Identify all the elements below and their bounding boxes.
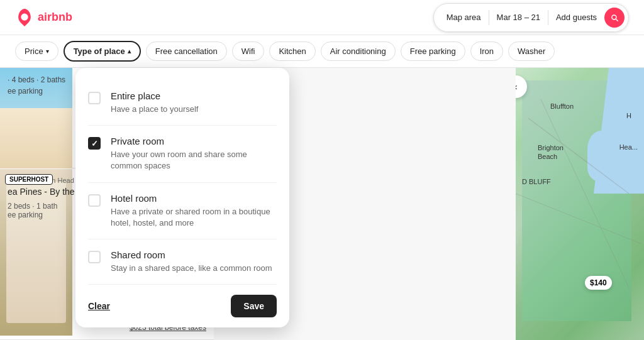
kitchen-filter[interactable]: Kitchen [269, 41, 315, 61]
entire-place-desc: Have a place to yourself [111, 104, 277, 115]
private-room-checkbox[interactable] [88, 137, 101, 150]
kitchen-label: Kitchen [279, 47, 306, 56]
map-label-bluff-text: D BLUFF [522, 178, 551, 185]
shared-room-checkbox[interactable] [88, 251, 101, 263]
air-conditioning-filter[interactable]: Air conditioning [321, 41, 396, 61]
private-room-option[interactable]: Private room Have your own room and shar… [75, 126, 289, 182]
search-button[interactable] [604, 8, 625, 28]
shared-room-title: Shared room [111, 250, 277, 260]
map-price-badge[interactable]: $140 [585, 276, 612, 290]
map-roads [516, 68, 644, 340]
type-of-place-dropdown: Entire place Have a place to yourself Pr… [75, 68, 289, 327]
free-cancellation-label: Free cancellation [155, 47, 218, 56]
guests-btn[interactable]: Add guests [553, 13, 599, 22]
type-of-place-label: Type of place [74, 47, 125, 56]
header: airbnb Map area Mar 18 – 21 Add guests [0, 0, 644, 35]
map-area-btn[interactable]: Map area [444, 13, 484, 22]
free-parking-label: Free parking [410, 47, 456, 56]
type-chevron-icon: ▴ [128, 48, 131, 55]
shared-room-text: Shared room Stay in a shared space, like… [111, 250, 277, 274]
superhost-badge: SUPERHOST [5, 174, 53, 185]
dropdown-footer: Clear Save [75, 285, 289, 327]
private-room-desc: Have your own room and share some common… [111, 149, 277, 172]
airbnb-logo[interactable]: airbnb [15, 8, 72, 27]
map-label-brighton-text: BrightonBeach [538, 144, 564, 160]
private-room-text: Private room Have your own room and shar… [111, 136, 277, 172]
washer-filter[interactable]: Washer [508, 41, 555, 61]
search-divider [489, 10, 489, 25]
type-of-place-filter[interactable]: Type of place ▴ [64, 41, 141, 62]
price-chevron-icon: ▾ [46, 48, 49, 55]
map-label-hea: Hea... [619, 143, 638, 151]
search-icon [610, 13, 619, 22]
svg-line-1 [541, 99, 629, 288]
airbnb-logo-icon [15, 8, 34, 27]
search-divider-2 [548, 10, 548, 25]
map-label-bluff: D BLUFF [522, 178, 551, 185]
air-conditioning-label: Air conditioning [330, 47, 386, 56]
hotel-room-text: Hotel room Have a private or shared room… [111, 193, 277, 229]
entire-place-checkbox[interactable] [88, 92, 101, 104]
hotel-room-desc: Have a private or shared room in a bouti… [111, 206, 277, 229]
svg-line-2 [516, 194, 641, 244]
entire-place-text: Entire place Have a place to yourself [111, 90, 277, 115]
private-room-title: Private room [111, 136, 277, 146]
map-label-brighton: BrightonBeach [538, 143, 564, 162]
search-bar[interactable]: Map area Mar 18 – 21 Add guests [433, 3, 629, 32]
shared-room-desc: Stay in a shared space, like a common ro… [111, 263, 277, 274]
hotel-room-option[interactable]: Hotel room Have a private or shared room… [75, 183, 289, 239]
hotel-room-title: Hotel room [111, 193, 277, 204]
map-label-bluffton: Bluffton [550, 102, 574, 110]
save-button[interactable]: Save [231, 295, 277, 317]
shared-room-option[interactable]: Shared room Stay in a shared space, like… [75, 239, 289, 284]
clear-button[interactable]: Clear [88, 301, 110, 311]
free-parking-filter[interactable]: Free parking [401, 41, 465, 61]
entire-place-option[interactable]: Entire place Have a place to yourself [75, 80, 289, 125]
price-filter[interactable]: Price ▾ [15, 41, 58, 61]
filter-bar: Price ▾ Type of place ▴ Free cancellatio… [0, 35, 644, 68]
dates-btn[interactable]: Mar 18 – 21 [494, 13, 543, 22]
entire-place-title: Entire place [111, 90, 277, 101]
washer-label: Washer [518, 47, 545, 56]
price-filter-label: Price [25, 47, 43, 56]
iron-filter[interactable]: Iron [470, 41, 503, 61]
map-panel[interactable]: ‹ Bluffton BrightonBeach D BLUFF H Hea..… [516, 68, 644, 340]
wifi-filter[interactable]: Wifi [232, 41, 265, 61]
iron-label: Iron [480, 47, 494, 56]
free-cancellation-filter[interactable]: Free cancellation [146, 41, 227, 61]
map-label-h: H [626, 112, 631, 119]
wifi-label: Wifi [242, 47, 255, 56]
logo-text: airbnb [38, 11, 72, 24]
hotel-room-checkbox[interactable] [88, 194, 101, 207]
